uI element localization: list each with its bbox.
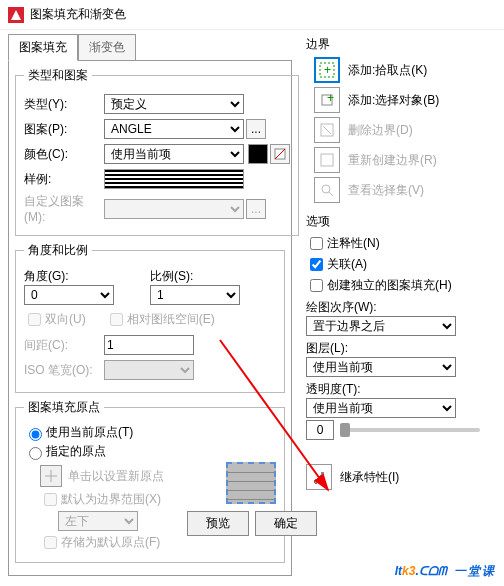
select-scale[interactable]: 1 xyxy=(150,285,240,305)
crosshair-icon xyxy=(45,470,57,482)
label-custom: 自定义图案(M): xyxy=(24,193,104,224)
watermark: Itk3.ᑕᗝᗰ 一堂课 xyxy=(395,551,496,582)
label-pattern: 图案(P): xyxy=(24,121,104,138)
label-layer: 图层(L): xyxy=(306,340,480,357)
svg-rect-14 xyxy=(321,472,324,477)
select-pattern[interactable]: ANGLE xyxy=(104,119,244,139)
pattern-browse-button[interactable]: ... xyxy=(246,119,266,139)
svg-point-12 xyxy=(322,185,330,193)
legend-origin: 图案填充原点 xyxy=(24,399,104,416)
remove-icon xyxy=(319,122,335,138)
pick-point-icon: + xyxy=(319,62,335,78)
tab-hatch[interactable]: 图案填充 xyxy=(8,34,78,61)
section-options: 选项 xyxy=(306,213,480,230)
footer: 预览 确定 xyxy=(8,511,496,536)
label-recreate: 重新创建边界(R) xyxy=(348,152,437,169)
section-boundary: 边界 xyxy=(306,36,480,53)
select-iso xyxy=(104,360,194,380)
check-annotative[interactable]: 注释性(N) xyxy=(306,234,480,253)
label-angle: 角度(G): xyxy=(24,268,150,285)
select-color[interactable]: 使用当前项 xyxy=(104,144,244,164)
window-title: 图案填充和渐变色 xyxy=(30,6,126,23)
tab-panel: 类型和图案 类型(Y): 预定义 图案(P): ANGLE ... 颜色(C):… xyxy=(8,60,292,576)
ok-button[interactable]: 确定 xyxy=(255,511,317,536)
label-type: 类型(Y): xyxy=(24,96,104,113)
select-angle[interactable]: 0 xyxy=(24,285,114,305)
group-angle-scale: 角度和比例 角度(G): 0 比例(S): 1 双向(U) 相对图纸空间(E) … xyxy=(15,242,285,393)
check-assoc[interactable]: 关联(A) xyxy=(306,255,480,274)
color-bg-button[interactable] xyxy=(270,144,290,164)
svg-text:+: + xyxy=(324,63,331,77)
add-select-button[interactable]: + xyxy=(314,87,340,113)
label-spacing: 间距(C): xyxy=(24,337,104,354)
group-origin: 图案填充原点 使用当前原点(T) 指定的原点 单击以设置新原点 默认为边界范围(… xyxy=(15,399,285,563)
slider-trans[interactable] xyxy=(340,428,480,432)
svg-line-10 xyxy=(323,126,331,134)
set-origin-button xyxy=(40,465,62,487)
check-relpaper: 相对图纸空间(E) xyxy=(106,310,215,329)
label-sample: 样例: xyxy=(24,171,104,188)
add-pick-button[interactable]: + xyxy=(314,57,340,83)
label-scale: 比例(S): xyxy=(150,268,276,285)
select-layer[interactable]: 使用当前项 xyxy=(306,357,456,377)
label-add-select: 添加:选择对象(B) xyxy=(348,92,439,109)
svg-text:+: + xyxy=(327,92,334,105)
input-spacing[interactable] xyxy=(104,335,194,355)
input-trans-num[interactable] xyxy=(306,420,334,440)
label-click-set: 单击以设置新原点 xyxy=(68,468,164,485)
label-add-pick: 添加:拾取点(K) xyxy=(348,62,427,79)
tabs: 图案填充 渐变色 xyxy=(8,34,292,61)
check-bidir: 双向(U) xyxy=(24,310,86,329)
preview-button[interactable]: 预览 xyxy=(187,511,249,536)
check-default-bound: 默认为边界范围(X) xyxy=(40,490,226,509)
legend-angle-scale: 角度和比例 xyxy=(24,242,92,259)
select-custom xyxy=(104,199,244,219)
group-type-pattern: 类型和图案 类型(Y): 预定义 图案(P): ANGLE ... 颜色(C):… xyxy=(15,67,299,236)
label-remove: 删除边界(D) xyxy=(348,122,413,139)
select-object-icon: + xyxy=(319,92,335,108)
label-color: 颜色(C): xyxy=(24,146,104,163)
select-type[interactable]: 预定义 xyxy=(104,94,244,114)
radio-use-current[interactable] xyxy=(29,428,42,441)
label-viewsel: 查看选择集(V) xyxy=(348,182,424,199)
recreate-boundary-button xyxy=(314,147,340,173)
label-inherit: 继承特性(I) xyxy=(340,469,399,486)
label-draworder: 绘图次序(W): xyxy=(306,299,480,316)
view-selection-button xyxy=(314,177,340,203)
none-icon xyxy=(274,148,286,160)
sample-preview[interactable] xyxy=(104,169,244,189)
brush-icon xyxy=(311,469,327,485)
origin-preview xyxy=(226,462,276,504)
select-trans[interactable]: 使用当前项 xyxy=(306,398,456,418)
svg-line-13 xyxy=(329,192,333,196)
titlebar: 图案填充和渐变色 xyxy=(0,0,504,30)
radio-specified[interactable] xyxy=(29,447,42,460)
recreate-icon xyxy=(319,152,335,168)
legend-type-pattern: 类型和图案 xyxy=(24,67,92,84)
color-swatch-fg[interactable] xyxy=(248,144,268,164)
inherit-button[interactable] xyxy=(306,464,332,490)
custom-browse-button: ... xyxy=(246,199,266,219)
label-trans: 透明度(T): xyxy=(306,381,480,398)
label-iso: ISO 笔宽(O): xyxy=(24,362,104,379)
check-indep[interactable]: 创建独立的图案填充(H) xyxy=(306,276,480,295)
select-draworder[interactable]: 置于边界之后 xyxy=(306,316,456,336)
svg-rect-11 xyxy=(321,154,333,166)
app-logo-icon xyxy=(8,7,24,23)
tab-gradient[interactable]: 渐变色 xyxy=(78,34,136,61)
magnifier-icon xyxy=(319,182,335,198)
remove-boundary-button xyxy=(314,117,340,143)
